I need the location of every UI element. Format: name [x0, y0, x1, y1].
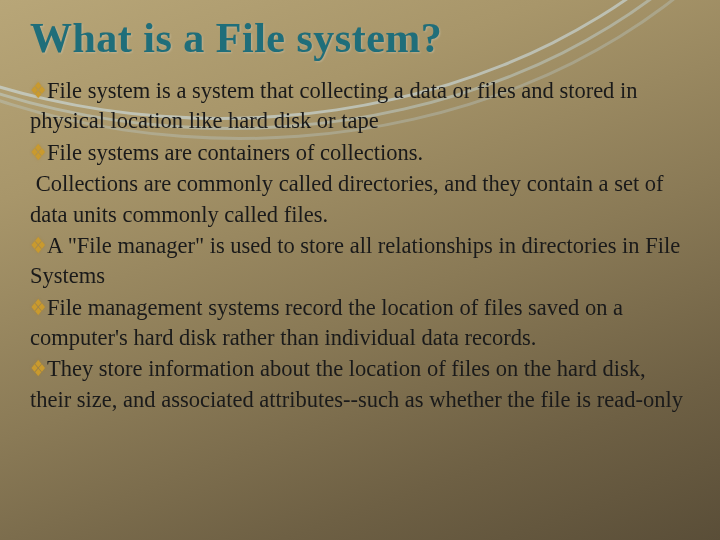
bullet-text: File management systems record the locat…	[30, 295, 623, 350]
bullet-text: Collections are commonly called director…	[30, 171, 664, 226]
diamond-bullet-icon: ❖	[30, 138, 46, 167]
diamond-bullet-icon: ❖	[30, 293, 46, 322]
bullet-item: ❖They store information about the locati…	[30, 354, 690, 415]
slide-title: What is a File system?	[30, 14, 690, 62]
diamond-bullet-icon: ❖	[30, 231, 46, 260]
slide-content: What is a File system? ❖File system is a…	[0, 0, 720, 540]
bullet-item: ❖A "File manager" is used to store all r…	[30, 231, 690, 292]
bullet-text: File systems are containers of collectio…	[47, 140, 423, 165]
bullet-text: File system is a system that collecting …	[30, 78, 638, 133]
bullet-text: A "File manager" is used to store all re…	[30, 233, 680, 288]
diamond-bullet-icon: ❖	[30, 77, 46, 106]
bullet-continuation: Collections are commonly called director…	[30, 169, 690, 230]
diamond-bullet-icon: ❖	[30, 355, 46, 384]
slide-body: ❖File system is a system that collecting…	[30, 76, 690, 415]
bullet-item: ❖File management systems record the loca…	[30, 293, 690, 354]
bullet-text: They store information about the locatio…	[30, 356, 683, 411]
bullet-item: ❖File system is a system that collecting…	[30, 76, 690, 137]
bullet-item: ❖File systems are containers of collecti…	[30, 138, 690, 168]
